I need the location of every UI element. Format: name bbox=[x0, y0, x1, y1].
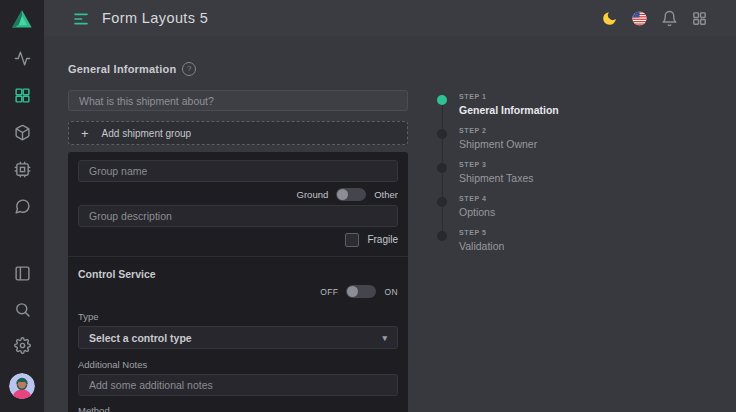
cpu-icon[interactable] bbox=[14, 161, 31, 178]
stepper-step-2[interactable]: STEP 2 Shipment Owner bbox=[437, 127, 559, 150]
help-icon[interactable]: ? bbox=[182, 62, 196, 76]
layout-panel-icon[interactable] bbox=[14, 265, 31, 282]
control-type-select[interactable]: Select a control type ▾ bbox=[78, 326, 398, 349]
step-title: Shipment Taxes bbox=[459, 172, 534, 184]
off-label: OFF bbox=[320, 287, 338, 297]
ground-label: Ground bbox=[297, 189, 329, 200]
fragile-row: Fragile bbox=[78, 232, 398, 247]
menu-toggle-icon[interactable] bbox=[73, 11, 89, 25]
step-label: STEP 3 bbox=[459, 161, 534, 168]
theme-moon-icon[interactable] bbox=[599, 10, 620, 27]
step-title: Validation bbox=[459, 240, 504, 252]
shipment-about-input[interactable] bbox=[68, 90, 408, 111]
form-column: General Information ? + Add shipment gro… bbox=[68, 62, 408, 412]
step-title: General Information bbox=[459, 104, 559, 116]
additional-notes-input[interactable] bbox=[78, 374, 398, 396]
settings-gear-icon[interactable] bbox=[14, 337, 31, 354]
type-label: Type bbox=[78, 311, 398, 322]
page-title: Form Layouts 5 bbox=[102, 10, 208, 26]
language-flag-icon[interactable] bbox=[629, 10, 650, 27]
chat-bubble-icon[interactable] bbox=[14, 198, 31, 215]
switch-knob bbox=[347, 286, 358, 297]
card-divider bbox=[68, 256, 408, 257]
wizard-stepper: STEP 1 General Information STEP 2 Shipme… bbox=[437, 93, 559, 263]
method-label: Method bbox=[78, 405, 398, 412]
sidebar bbox=[0, 0, 44, 412]
box-icon[interactable] bbox=[14, 124, 31, 141]
user-avatar[interactable] bbox=[9, 373, 35, 399]
step-title: Options bbox=[459, 206, 495, 218]
step-dot bbox=[437, 231, 447, 241]
step-label: STEP 2 bbox=[459, 127, 537, 134]
other-label: Other bbox=[374, 189, 398, 200]
chevron-down-icon: ▾ bbox=[382, 333, 387, 343]
notes-label: Additional Notes bbox=[78, 359, 398, 370]
add-shipment-group-label: Add shipment group bbox=[102, 128, 192, 139]
control-service-label: Control Service bbox=[78, 268, 398, 280]
ground-other-switch[interactable] bbox=[336, 188, 366, 201]
group-name-input[interactable] bbox=[78, 160, 398, 182]
group-description-input[interactable] bbox=[78, 205, 398, 227]
stepper-step-3[interactable]: STEP 3 Shipment Taxes bbox=[437, 161, 559, 184]
off-on-switch[interactable] bbox=[346, 285, 376, 298]
fragile-label: Fragile bbox=[367, 234, 398, 245]
stepper-step-4[interactable]: STEP 4 Options bbox=[437, 195, 559, 218]
search-icon[interactable] bbox=[14, 301, 31, 318]
step-dot bbox=[437, 197, 447, 207]
sidebar-bottom bbox=[9, 265, 35, 412]
switch-knob bbox=[337, 189, 348, 200]
notifications-bell-icon[interactable] bbox=[659, 10, 680, 27]
off-on-toggle-row: OFF ON bbox=[78, 284, 398, 299]
step-label: STEP 5 bbox=[459, 229, 504, 236]
apps-grid-icon[interactable] bbox=[689, 10, 710, 27]
plus-icon: + bbox=[81, 127, 89, 140]
step-dot bbox=[437, 163, 447, 173]
step-label: STEP 1 bbox=[459, 93, 559, 100]
step-title: Shipment Owner bbox=[459, 138, 537, 150]
control-type-value: Select a control type bbox=[89, 332, 192, 344]
stepper-step-5[interactable]: STEP 5 Validation bbox=[437, 229, 559, 252]
step-label: STEP 4 bbox=[459, 195, 495, 202]
section-heading-row: General Information ? bbox=[68, 62, 408, 76]
on-label: ON bbox=[384, 287, 398, 297]
stepper-step-1[interactable]: STEP 1 General Information bbox=[437, 93, 559, 116]
top-header: Form Layouts 5 bbox=[44, 0, 736, 36]
section-heading: General Information bbox=[68, 63, 176, 75]
ground-other-toggle-row: Ground Other bbox=[78, 187, 398, 202]
fragile-checkbox[interactable] bbox=[345, 233, 359, 247]
activity-icon[interactable] bbox=[14, 50, 31, 67]
header-actions bbox=[599, 10, 710, 27]
layouts-grid-icon[interactable] bbox=[14, 87, 31, 104]
shipment-group-card: Ground Other Fragile Control Service OFF… bbox=[68, 152, 408, 412]
app-logo-icon[interactable] bbox=[9, 7, 35, 33]
add-shipment-group-button[interactable]: + Add shipment group bbox=[68, 121, 408, 145]
step-dot bbox=[437, 95, 447, 105]
step-dot bbox=[437, 129, 447, 139]
